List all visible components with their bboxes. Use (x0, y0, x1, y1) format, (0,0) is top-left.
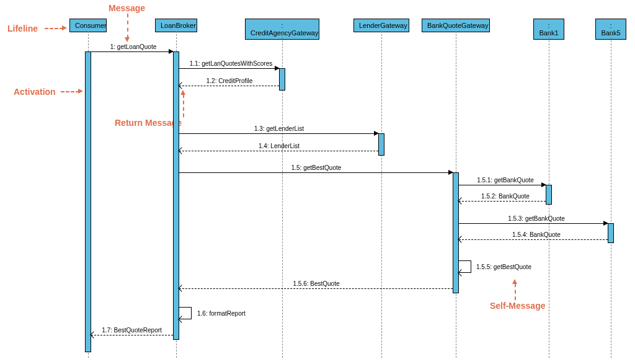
annotation-message: Message (109, 3, 145, 13)
annotation-arrow (515, 283, 516, 300)
return-line (91, 335, 173, 335)
message-label: 1.5.1: getBankQuote (468, 177, 543, 184)
arrow-head-icon (125, 37, 130, 42)
annotation-lifeline: Lifeline (7, 24, 38, 33)
annotation-return-message: Return Message (115, 118, 182, 128)
activation-creditagency (279, 68, 285, 91)
message-label: 1.5.3: getBankQuote (496, 215, 577, 222)
message-line (91, 51, 173, 52)
arrow-head-icon (78, 89, 83, 94)
annotation-arrow (61, 91, 79, 92)
lifeline-loanbroker: LoanBroker (155, 19, 197, 32)
lifeline-line (611, 31, 611, 358)
message-label: 1.1: getLanQuotesWithScores (183, 60, 279, 67)
lifeline-label: LenderGateway (359, 22, 407, 29)
arrow-head-icon (178, 285, 185, 291)
arrow-head-icon (178, 147, 185, 154)
arrow-head-icon (180, 90, 185, 95)
message-label: 1.5.6: BestQuote (279, 280, 353, 287)
lifeline-label: BankQuoteGateway (427, 22, 488, 29)
arrow-head-icon (62, 25, 67, 30)
return-line (179, 288, 453, 289)
message-label: 1.5.5: getBestQuote (476, 264, 551, 270)
annotation-arrow (45, 28, 63, 29)
lifeline-label: LoanBroker (161, 22, 196, 29)
annotation-arrow (127, 14, 128, 38)
activation-lendergateway (378, 133, 384, 156)
lifeline-lendergateway: LenderGateway (353, 19, 409, 32)
message-label: 1.7: BestQuoteReport (93, 327, 171, 334)
return-line (459, 239, 608, 240)
annotation-self-message: Self-Message (490, 301, 545, 311)
lifeline-bankquotegateway: BankQuoteGateway (422, 19, 490, 32)
arrow-head-icon (512, 279, 517, 284)
activation-consumer (85, 51, 91, 352)
arrow-head-icon (603, 221, 608, 226)
return-line (459, 201, 546, 202)
message-label: 1.5: getBestQuote (273, 164, 360, 171)
lifeline-consumer: Consumer (69, 19, 107, 32)
return-line (179, 86, 279, 86)
message-line (459, 223, 608, 224)
arrow-head-icon (448, 170, 453, 175)
activation-bankquotegateway (453, 172, 459, 293)
message-line (179, 172, 453, 173)
activation-loanbroker (173, 51, 179, 340)
lifeline-label: : CreditAgencyGateway (251, 22, 318, 37)
message-line (459, 185, 546, 185)
message-label: 1.5.4: BankQuote (502, 231, 571, 238)
message-label: 1.3: getLenderList (236, 125, 322, 132)
message-label: 1.4: LenderList (242, 143, 316, 149)
message-label: 1.2: CreditProfile (192, 78, 267, 84)
arrow-head-icon (458, 197, 464, 204)
activation-bank5 (608, 223, 614, 243)
message-label: 1.6: formatReport (197, 310, 259, 317)
arrow-head-icon (374, 131, 379, 136)
arrow-head-icon (178, 82, 185, 89)
return-line (179, 151, 378, 151)
message-label: 1: getLoanQuote (96, 43, 171, 50)
annotation-arrow (183, 94, 184, 117)
message-line (179, 133, 378, 134)
arrow-head-icon (458, 236, 464, 242)
message-label: 1.5.2: BankQuote (471, 193, 540, 200)
activation-bank1 (546, 185, 552, 205)
annotation-activation: Activation (14, 87, 56, 97)
message-line (179, 68, 279, 69)
lifeline-label: Consumer (75, 22, 107, 29)
lifeline-line (381, 31, 382, 358)
